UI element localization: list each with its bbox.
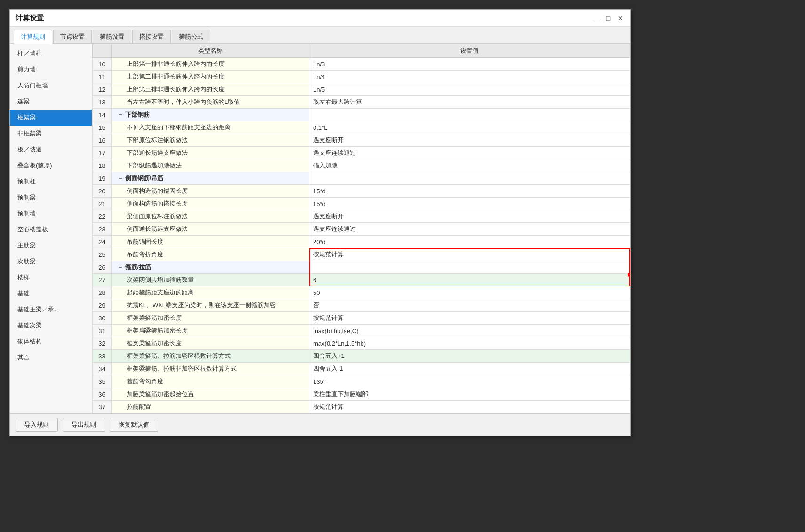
- tab-calc-rules[interactable]: 计算规则: [14, 30, 52, 44]
- table-row[interactable]: 32框支梁箍筋加密长度max(0.2*Ln,1.5*hb): [93, 337, 630, 350]
- row-value: 20*d: [309, 236, 630, 248]
- table-row[interactable]: 33框架梁箍筋、拉筋加密区根数计算方式四舍五入+1: [93, 350, 630, 363]
- table-row[interactable]: 13当左右跨不等时，伸入小跨内负筋的L取值取左右最大跨计算: [93, 96, 630, 109]
- sidebar-item-col-wall[interactable]: 柱／墙柱: [10, 46, 92, 62]
- title-controls: — □ ✕: [592, 14, 625, 23]
- row-label: 上部第三排非通长筋伸入跨内的长度: [112, 83, 309, 96]
- col-header-num: [93, 44, 112, 58]
- tab-splice-settings[interactable]: 搭接设置: [132, 30, 171, 43]
- table-row[interactable]: 37拉筋配置按规范计算: [93, 401, 630, 413]
- sidebar-item-other[interactable]: 其△: [10, 349, 92, 365]
- table-row[interactable]: 24吊筋锚固长度20*d: [93, 236, 630, 248]
- sidebar-item-main-rib[interactable]: 主肋梁: [10, 238, 92, 254]
- restore-defaults-button[interactable]: 恢复默认值: [110, 418, 158, 432]
- row-value: 遇支座连续通过: [309, 147, 630, 159]
- table-row[interactable]: 28起始箍筋距支座边的距离50: [93, 286, 630, 299]
- sidebar-item-civil-door[interactable]: 人防门框墙: [10, 78, 92, 94]
- table-row[interactable]: 35箍筋弯勾角度135°: [93, 375, 630, 388]
- row-number: 18: [93, 159, 112, 172]
- tab-stirrup-formula[interactable]: 箍筋公式: [172, 30, 210, 43]
- table-row[interactable]: 20侧面构造筋的锚固长度15*d: [93, 185, 630, 198]
- table-row[interactable]: 30框架梁箍筋加密长度按规范计算: [93, 312, 630, 325]
- row-number: 11: [93, 71, 112, 83]
- minimize-button[interactable]: —: [592, 14, 600, 23]
- tab-stirrup-settings[interactable]: 箍筋设置: [93, 30, 131, 43]
- row-label: － 箍筋/拉筋: [112, 261, 309, 274]
- table-row[interactable]: 17下部通长筋遇支座做法遇支座连续通过: [93, 147, 630, 159]
- close-button[interactable]: ✕: [616, 14, 625, 23]
- row-number: 12: [93, 83, 112, 96]
- row-value: 15*d: [309, 198, 630, 210]
- main-window: 计算设置 — □ ✕ 计算规则 节点设置 箍筋设置 搭接设置 箍筋公式 柱／墙柱…: [9, 9, 631, 436]
- table-row[interactable]: 12上部第三排非通长筋伸入跨内的长度Ln/5: [93, 83, 630, 96]
- row-value: max(0.2*Ln,1.5*hb): [309, 337, 630, 350]
- sidebar-item-precast-wall[interactable]: 预制墙: [10, 206, 92, 222]
- row-value: 50: [309, 286, 630, 299]
- row-label: 上部第一排非通长筋伸入跨内的长度: [112, 58, 309, 71]
- sidebar-item-precast-beam[interactable]: 预制梁: [10, 190, 92, 206]
- row-value: 遇支座断开: [309, 210, 630, 223]
- main-table-area: 类型名称 设置值 10上部第一排非通长筋伸入跨内的长度Ln/311上部第二排非通…: [92, 44, 630, 413]
- row-number: 34: [93, 363, 112, 375]
- sidebar-item-masonry[interactable]: 砌体结构: [10, 333, 92, 349]
- row-number: 28: [93, 286, 112, 299]
- table-row[interactable]: 21侧面构造筋的搭接长度15*d: [93, 198, 630, 210]
- sidebar-item-shear-wall[interactable]: 剪力墙: [10, 62, 92, 78]
- col-header-value: 设置值: [309, 44, 630, 58]
- table-row[interactable]: 36加腋梁箍筋加密起始位置梁柱垂直下加腋端部: [93, 388, 630, 401]
- sidebar-item-composite-slab[interactable]: 叠合板(整厚): [10, 158, 92, 174]
- row-value: max(b+hb,lae,C): [309, 325, 630, 337]
- row-label: 下部通长筋遇支座做法: [112, 147, 309, 159]
- row-value: Ln/4: [309, 71, 630, 83]
- sidebar-item-foundation[interactable]: 基础: [10, 286, 92, 302]
- content-area: 柱／墙柱 剪力墙 人防门框墙 连梁 框架梁 非框架梁 板／坡道 叠合板(整厚) …: [10, 44, 630, 413]
- table-row[interactable]: 25吊筋弯折角度按规范计算: [93, 248, 630, 261]
- title-bar: 计算设置 — □ ✕: [10, 10, 630, 27]
- maximize-button[interactable]: □: [604, 14, 612, 23]
- table-row[interactable]: 26－ 箍筋/拉筋: [93, 261, 630, 274]
- row-number: 22: [93, 210, 112, 223]
- table-row[interactable]: 19－ 侧面钢筋/吊筋: [93, 172, 630, 185]
- sidebar-item-precast-col[interactable]: 预制柱: [10, 174, 92, 190]
- sidebar-item-found-main-beam[interactable]: 基础主梁／承…: [10, 302, 92, 318]
- row-value: 锚入加腋: [309, 159, 630, 172]
- sidebar-item-frame-beam[interactable]: 框架梁: [10, 110, 92, 126]
- row-number: 36: [93, 388, 112, 401]
- row-number: 23: [93, 223, 112, 236]
- table-row[interactable]: 11上部第二排非通长筋伸入跨内的长度Ln/4: [93, 71, 630, 83]
- sidebar-item-non-frame-beam[interactable]: 非框架梁: [10, 126, 92, 142]
- row-value: 取左右最大跨计算: [309, 96, 630, 109]
- row-label: 吊筋弯折角度: [112, 248, 309, 261]
- table-row[interactable]: 14－ 下部钢筋: [93, 109, 630, 121]
- table-row[interactable]: 22梁侧面原位标注筋做法遇支座断开: [93, 210, 630, 223]
- table-row[interactable]: 23侧面通长筋遇支座做法遇支座连续通过: [93, 223, 630, 236]
- row-label: 侧面构造筋的锚固长度: [112, 185, 309, 198]
- row-value: [309, 261, 630, 274]
- table-row[interactable]: 27次梁两侧共增加箍筋数量6: [93, 274, 630, 286]
- row-number: 25: [93, 248, 112, 261]
- row-label: － 侧面钢筋/吊筋: [112, 172, 309, 185]
- import-rules-button[interactable]: 导入规则: [16, 418, 58, 432]
- sidebar-item-slab-slope[interactable]: 板／坡道: [10, 142, 92, 158]
- table-row[interactable]: 15不伸入支座的下部钢筋距支座边的距离0.1*L: [93, 121, 630, 134]
- table-row[interactable]: 29抗震KL、WKL端支座为梁时，则在该支座一侧箍筋加密否: [93, 299, 630, 312]
- tab-node-settings[interactable]: 节点设置: [53, 30, 92, 43]
- sidebar-item-found-sec-beam[interactable]: 基础次梁: [10, 318, 92, 333]
- row-value: 按规范计算: [309, 312, 630, 325]
- row-label: 箍筋弯勾角度: [112, 375, 309, 388]
- sidebar-item-stair[interactable]: 楼梯: [10, 270, 92, 286]
- row-number: 19: [93, 172, 112, 185]
- export-rules-button[interactable]: 导出规则: [63, 418, 105, 432]
- table-row[interactable]: 18下部纵筋遇加腋做法锚入加腋: [93, 159, 630, 172]
- row-label: 加腋梁箍筋加密起始位置: [112, 388, 309, 401]
- table-row[interactable]: 31框架扁梁箍筋加密长度max(b+hb,lae,C): [93, 325, 630, 337]
- sidebar-item-lian-liang[interactable]: 连梁: [10, 94, 92, 110]
- table-row[interactable]: 10上部第一排非通长筋伸入跨内的长度Ln/3: [93, 58, 630, 71]
- sidebar-item-hollow-floor[interactable]: 空心楼盖板: [10, 222, 92, 238]
- table-row[interactable]: 16下部原位标注钢筋做法遇支座断开: [93, 134, 630, 147]
- sidebar-item-sec-rib[interactable]: 次肋梁: [10, 254, 92, 270]
- row-number: 17: [93, 147, 112, 159]
- row-value: 135°: [309, 375, 630, 388]
- row-value: 6: [309, 274, 630, 286]
- table-row[interactable]: 34框架梁箍筋、拉筋非加密区根数计算方式四舍五入-1: [93, 363, 630, 375]
